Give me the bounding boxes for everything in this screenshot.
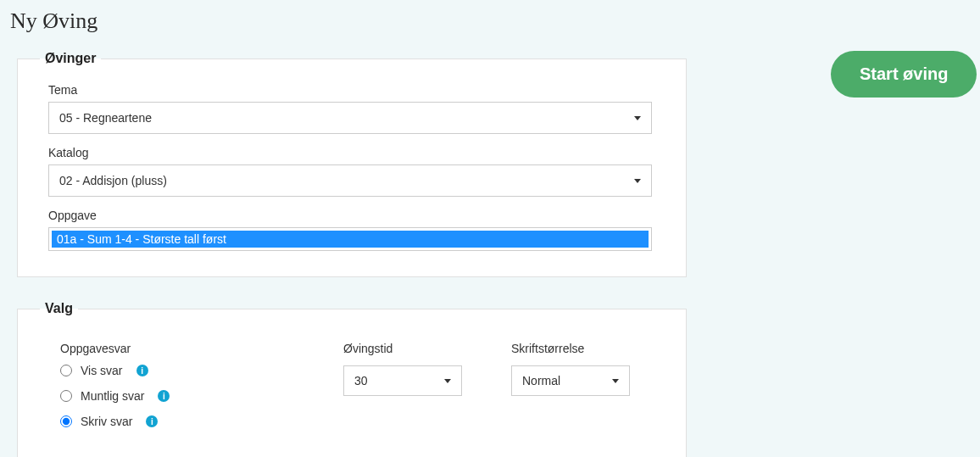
radio-vis-svar[interactable]: Vis svar i (60, 364, 294, 377)
radio-vis-svar-input[interactable] (60, 365, 72, 376)
ovinger-fieldset: Øvinger Tema 05 - Regneartene Katalog 02… (17, 51, 687, 277)
start-oving-button[interactable]: Start øving (831, 51, 977, 98)
chevron-down-icon (634, 179, 641, 183)
info-icon[interactable]: i (136, 365, 148, 376)
skriftstorrelse-select[interactable]: Normal (511, 365, 630, 396)
ovingstid-col: Øvingstid 30 (343, 342, 462, 396)
radio-muntlig-svar-input[interactable] (60, 390, 72, 402)
radio-skriv-svar[interactable]: Skriv svar i (60, 415, 294, 428)
oppgave-option-selected[interactable]: 01a - Sum 1-4 - Største tall først (52, 231, 649, 248)
radio-muntlig-svar-label: Muntlig svar (81, 389, 144, 403)
info-icon[interactable]: i (146, 415, 158, 427)
info-icon[interactable]: i (158, 390, 170, 402)
skriftstorrelse-label: Skriftstørrelse (511, 342, 630, 355)
oppgave-label: Oppgave (48, 209, 669, 222)
chevron-down-icon (634, 116, 641, 120)
valg-fieldset: Valg Oppgavesvar Vis svar i Muntlig svar… (17, 301, 687, 457)
chevron-down-icon (444, 379, 451, 383)
radio-muntlig-svar[interactable]: Muntlig svar i (60, 389, 294, 403)
tema-value: 05 - Regneartene (59, 111, 634, 125)
chevron-down-icon (612, 379, 619, 383)
oppgavesvar-heading: Oppgavesvar (60, 342, 294, 355)
skriftstorrelse-value: Normal (522, 374, 612, 387)
oppgavesvar-group: Oppgavesvar Vis svar i Muntlig svar i Sk… (48, 342, 294, 440)
radio-skriv-svar-input[interactable] (60, 415, 72, 427)
katalog-label: Katalog (48, 146, 669, 159)
page-title: Ny Øving (0, 0, 980, 34)
ovingstid-select[interactable]: 30 (343, 365, 462, 396)
tema-select[interactable]: 05 - Regneartene (48, 102, 652, 134)
skriftstorrelse-col: Skriftstørrelse Normal (511, 342, 630, 396)
radio-skriv-svar-label: Skriv svar (81, 415, 132, 428)
katalog-select[interactable]: 02 - Addisjon (pluss) (48, 164, 652, 197)
oppgave-listbox[interactable]: 01a - Sum 1-4 - Største tall først (48, 227, 652, 251)
ovingstid-value: 30 (354, 374, 444, 387)
valg-legend: Valg (40, 301, 78, 316)
tema-label: Tema (48, 83, 669, 97)
katalog-value: 02 - Addisjon (pluss) (59, 174, 634, 187)
ovinger-legend: Øvinger (40, 51, 101, 66)
ovingstid-label: Øvingstid (343, 342, 462, 355)
radio-vis-svar-label: Vis svar (81, 364, 123, 377)
